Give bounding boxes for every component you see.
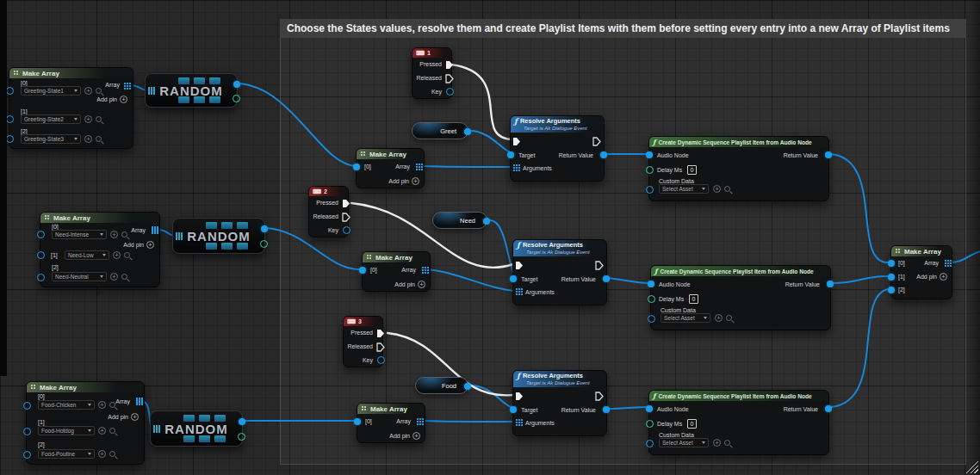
array-out-pin[interactable] <box>152 226 153 234</box>
element-0-pin[interactable] <box>359 267 366 274</box>
need-2-dropdown[interactable]: Need-Neutral <box>52 272 107 281</box>
delay-ms-pin[interactable] <box>646 420 654 428</box>
blueprint-graph-canvas[interactable]: Choose the States values, resolve them a… <box>0 0 980 475</box>
arguments-pin[interactable] <box>513 164 515 166</box>
node-header[interactable]: ⌨3 <box>344 317 382 326</box>
need-0-dropdown[interactable]: Need-Intense <box>52 230 107 239</box>
target-pin[interactable] <box>507 151 514 158</box>
delay-ms-value[interactable]: 0 <box>687 165 697 175</box>
search-icon[interactable] <box>109 451 115 457</box>
array-out-pin[interactable] <box>945 260 946 262</box>
node-resolve-arguments-1[interactable]: ƒResolve Arguments Target is Ak Dialogue… <box>510 115 605 182</box>
add-icon[interactable] <box>98 427 106 435</box>
search-icon[interactable] <box>109 428 115 434</box>
delay-ms-value[interactable]: 0 <box>687 419 697 429</box>
node-make-array-need[interactable]: Make Array [0] Need-Intense Array Add pi… <box>40 212 160 287</box>
exec-out-pin[interactable] <box>595 261 604 270</box>
element-0-pin[interactable] <box>23 402 31 410</box>
array-out-pin[interactable] <box>416 163 418 165</box>
add-icon[interactable] <box>713 185 721 193</box>
node-make-array-resolved-2[interactable]: Make Array [0] Array Add pin <box>362 251 431 292</box>
element-2-pin[interactable] <box>37 274 45 281</box>
exec-in-pin[interactable] <box>515 392 524 401</box>
node-make-array-resolved-1[interactable]: Make Array [0] Array Add pin <box>356 148 425 188</box>
select-asset-dropdown[interactable]: Select Asset <box>659 184 709 194</box>
add-icon[interactable] <box>110 231 118 238</box>
node-header[interactable]: ƒCreate Dynamic Sequence Playlist Item f… <box>649 391 828 401</box>
select-asset-dropdown[interactable]: Select Asset <box>661 313 710 323</box>
add-pin-button[interactable]: Add pin <box>394 281 425 288</box>
node-header[interactable]: ƒCreate Dynamic Sequence Playlist Item f… <box>649 137 828 147</box>
node-make-array-food[interactable]: Make Array [0] Food-Chicken Array Add pi… <box>26 381 145 465</box>
exec-pin-released[interactable] <box>445 74 454 83</box>
node-var-need[interactable]: Need <box>432 212 487 229</box>
element-0-pin[interactable] <box>6 87 14 95</box>
node-key-2[interactable]: ⌨2 Pressed Released Key <box>308 186 349 238</box>
add-pin-button[interactable]: Add pin <box>389 432 420 440</box>
value-out-pin[interactable] <box>239 418 245 425</box>
need-1-dropdown[interactable]: Need-Low <box>65 250 109 260</box>
return-value-pin[interactable] <box>825 405 832 412</box>
node-header[interactable]: Make Array <box>363 252 430 262</box>
add-icon[interactable] <box>113 251 121 259</box>
node-create-playlist-item-2[interactable]: ƒCreate Dynamic Sequence Playlist Item f… <box>650 265 831 330</box>
node-header[interactable]: Make Array <box>27 382 144 392</box>
array-out-pin[interactable] <box>417 418 419 420</box>
add-pin-button[interactable]: Add pin <box>96 96 127 103</box>
node-random-3[interactable]: RANDOM <box>150 410 243 447</box>
search-icon[interactable] <box>96 88 102 94</box>
search-icon[interactable] <box>724 186 730 192</box>
value-out-pin[interactable] <box>261 225 268 232</box>
element-1-pin[interactable] <box>888 274 895 281</box>
node-header[interactable]: ⌨2 <box>309 187 348 196</box>
exec-pin-pressed[interactable] <box>376 329 385 338</box>
add-pin-button[interactable]: Add pin <box>388 177 419 185</box>
element-0-pin[interactable] <box>37 231 45 238</box>
array-in-pin[interactable] <box>176 232 177 240</box>
exec-out-pin[interactable] <box>233 95 240 102</box>
exec-out-pin[interactable] <box>260 240 268 248</box>
node-key-1[interactable]: ⌨1 Pressed Released Key <box>412 47 452 99</box>
node-header[interactable]: ƒCreate Dynamic Sequence Playlist Item f… <box>651 266 830 276</box>
return-value-pin[interactable] <box>825 151 832 158</box>
comment-title-bar[interactable]: Choose the States values, resolve them a… <box>280 19 966 38</box>
search-icon[interactable] <box>724 440 730 446</box>
add-pin-button[interactable]: Add pin <box>108 413 139 421</box>
custom-data-pin[interactable] <box>646 440 654 447</box>
target-pin[interactable] <box>510 406 517 413</box>
add-icon[interactable] <box>110 273 118 281</box>
delay-ms-pin[interactable] <box>648 295 655 303</box>
element-2-pin[interactable] <box>23 451 31 459</box>
node-make-array-result[interactable]: Make Array [0] Array [1] Add pin [2] <box>890 245 952 299</box>
node-header[interactable]: Make Array <box>357 404 425 414</box>
greeting-0-dropdown[interactable]: Greeting-State1 <box>21 86 81 96</box>
search-icon[interactable] <box>96 116 102 122</box>
search-icon[interactable] <box>124 252 130 258</box>
search-icon[interactable] <box>121 231 127 238</box>
node-resolve-arguments-3[interactable]: ƒResolve Arguments Target is Ak Dialogue… <box>512 370 607 436</box>
return-value-pin[interactable] <box>603 406 610 413</box>
node-header[interactable]: ƒResolve Arguments Target is Ak Dialogue… <box>513 240 606 256</box>
exec-pin-pressed[interactable] <box>445 60 454 70</box>
array-in-pin[interactable] <box>153 425 155 433</box>
exec-out-pin[interactable] <box>592 137 601 146</box>
exec-pin-released[interactable] <box>342 213 350 222</box>
add-icon[interactable] <box>713 439 721 447</box>
element-1-pin[interactable] <box>37 251 45 259</box>
array-in-pin[interactable] <box>148 87 150 95</box>
node-header[interactable]: Make Array <box>891 246 952 256</box>
node-create-playlist-item-1[interactable]: ƒCreate Dynamic Sequence Playlist Item f… <box>648 136 829 201</box>
node-header[interactable]: ƒResolve Arguments Target is Ak Dialogue… <box>513 371 606 387</box>
exec-out-pin[interactable] <box>595 392 604 401</box>
search-icon[interactable] <box>121 274 127 280</box>
custom-data-pin[interactable] <box>648 315 655 323</box>
greeting-1-dropdown[interactable]: Greeting-State2 <box>21 114 81 124</box>
return-value-pin[interactable] <box>600 151 607 158</box>
return-value-pin[interactable] <box>827 281 834 287</box>
node-header[interactable]: Make Array <box>40 213 159 223</box>
arguments-pin[interactable] <box>516 419 518 421</box>
audio-node-pin[interactable] <box>646 151 653 158</box>
add-icon[interactable] <box>84 87 92 95</box>
add-icon[interactable] <box>98 450 106 458</box>
food-1-dropdown[interactable]: Food-Hotdog <box>38 426 95 435</box>
